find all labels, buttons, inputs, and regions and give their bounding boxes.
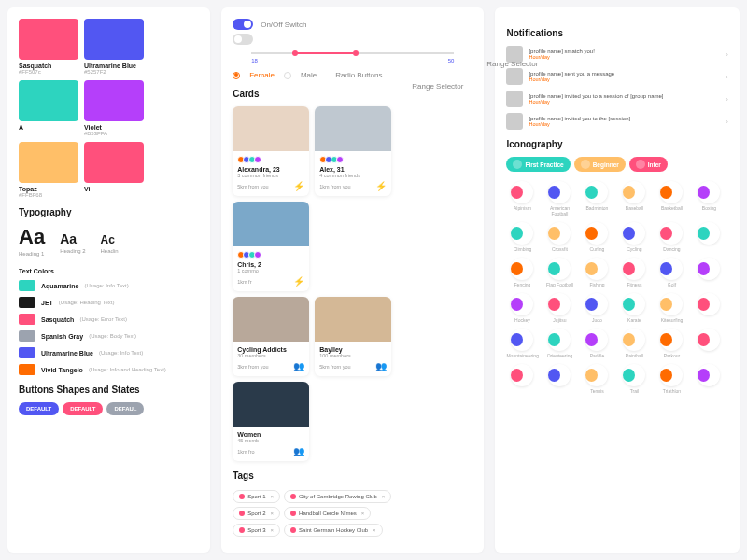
notification-item[interactable]: [profile name] invited you to the [sessi… xyxy=(506,113,728,130)
level-pill[interactable]: Beginner xyxy=(574,157,626,172)
sport-icon[interactable]: Cycling xyxy=(618,222,650,252)
close-icon[interactable]: × xyxy=(271,511,275,516)
chevron-right-icon: › xyxy=(726,73,728,81)
text-color-row: Sasquatch(Usage: Error Text) xyxy=(19,314,199,325)
sport-icon[interactable]: Hockey xyxy=(506,293,538,323)
group-icon: 👥 xyxy=(293,361,304,371)
swatch: A xyxy=(19,80,78,136)
notification-item[interactable]: [profile name] invited you to a session … xyxy=(506,91,728,107)
switch-label: On/Off Switch xyxy=(261,21,306,29)
text-color-row: Ultramarine Blue(Usage: Info Text) xyxy=(19,347,199,358)
close-icon[interactable]: × xyxy=(361,511,365,516)
typography-title: Typography xyxy=(19,207,199,217)
group-icon: 👥 xyxy=(293,446,304,456)
tag[interactable]: City of Cambridge Rowing Club× xyxy=(284,490,391,503)
close-icon[interactable]: × xyxy=(271,494,275,499)
default-button[interactable]: DEFAUL xyxy=(106,402,144,415)
level-pill[interactable]: Inter xyxy=(629,157,668,172)
switch-off[interactable] xyxy=(233,34,253,45)
sport-icon[interactable]: Tennis xyxy=(581,364,613,394)
sport-icon[interactable] xyxy=(506,364,538,394)
tag[interactable]: Handball Cercle Nîmes× xyxy=(284,507,371,520)
bolt-icon: ⚡ xyxy=(293,276,304,287)
sport-icon[interactable]: Golf xyxy=(655,258,687,287)
typo-sample: AcHeadin xyxy=(100,233,118,254)
sport-icon[interactable]: Boxing xyxy=(693,181,725,217)
sport-icon[interactable]: Paintball xyxy=(618,329,650,358)
tag[interactable]: Sport 3× xyxy=(233,524,280,537)
sport-icon[interactable]: Climbing xyxy=(506,222,538,252)
sport-icon[interactable]: Jujitsu xyxy=(543,293,575,323)
swatch: Sasquatch#FF507c xyxy=(19,19,78,75)
sport-icon[interactable] xyxy=(693,364,725,394)
sport-icon[interactable]: Karate xyxy=(618,293,650,323)
sport-icon[interactable] xyxy=(693,329,725,358)
notification-item[interactable]: [profile name] sent you a messageHour/da… xyxy=(506,68,728,85)
sport-icon[interactable]: Trail xyxy=(618,364,650,394)
notifications-title: Notifications xyxy=(506,28,728,38)
group-icon: 👥 xyxy=(375,361,387,371)
chevron-right-icon: › xyxy=(726,50,728,59)
sport-icon[interactable] xyxy=(693,293,725,323)
sport-icon[interactable] xyxy=(693,222,725,252)
sport-icon[interactable]: Curling xyxy=(581,222,613,252)
iconography-title: Iconography xyxy=(506,139,728,149)
tag[interactable]: Saint Germain Hockey Club× xyxy=(284,524,383,537)
sport-icon[interactable]: Fencing xyxy=(506,258,538,287)
notification-item[interactable]: [profile name] smatch you!Hour/day› xyxy=(506,46,728,63)
buttons-title: Buttons Shapes and States xyxy=(19,385,199,395)
sport-icon[interactable]: Basketball xyxy=(655,181,687,217)
sport-icon[interactable] xyxy=(693,258,725,287)
default-button[interactable]: DEFAULT xyxy=(19,402,59,415)
sport-icon[interactable]: Triathlon xyxy=(655,364,687,394)
group-card[interactable]: Cycling Addicts30 members3km from you👥 xyxy=(233,297,309,376)
sport-icon[interactable]: Flag Football xyxy=(543,258,575,287)
sport-icon[interactable]: Fitness xyxy=(618,258,650,287)
sport-icon[interactable]: American Football xyxy=(543,181,575,217)
text-color-row: Aquamarine(Usage: Info Text) xyxy=(19,280,199,291)
text-color-row: Spanish Gray(Usage: Body Text) xyxy=(19,330,199,342)
avatar xyxy=(506,68,523,85)
group-card[interactable]: Baylley100 members5km from you👥 xyxy=(315,297,391,376)
switch-on[interactable] xyxy=(233,19,253,30)
swatch: Topaz#FFBF68 xyxy=(19,142,78,198)
tag[interactable]: Sport 2× xyxy=(233,507,280,520)
person-card[interactable]: Alex, 314 common friends1km from you⚡ xyxy=(315,106,391,196)
sport-icon[interactable] xyxy=(543,364,575,394)
sport-icon[interactable]: Paddle xyxy=(581,329,613,358)
tag[interactable]: Sport 1× xyxy=(233,490,280,503)
group-card[interactable]: Women45 memb1km fro👥 xyxy=(233,382,309,461)
radio-female[interactable] xyxy=(233,72,240,79)
range-selector[interactable]: 1850 Range Selector xyxy=(233,52,472,63)
sport-icon[interactable]: Orienteering xyxy=(543,329,575,358)
sport-icon[interactable]: Dancing xyxy=(655,222,687,252)
close-icon[interactable]: × xyxy=(382,494,386,499)
person-card[interactable]: Alexandra, 233 common friends5km from yo… xyxy=(233,106,309,196)
close-icon[interactable]: × xyxy=(373,527,376,533)
color-swatches: Sasquatch#FF507cUltramarine Blue#5257F2A… xyxy=(19,19,199,198)
chevron-right-icon: › xyxy=(726,95,728,104)
level-pill[interactable]: First Practice xyxy=(506,157,570,172)
sport-icon[interactable]: Kitesurfing xyxy=(655,293,687,323)
text-color-row: JET(Usage: Heading Text) xyxy=(19,297,199,308)
sport-icon[interactable]: Badminton xyxy=(581,181,613,217)
sport-icon[interactable]: Mountaineering xyxy=(506,329,538,358)
sport-icon[interactable]: Alpinism xyxy=(506,181,538,217)
default-button[interactable]: DEFAULT xyxy=(63,402,103,415)
avatar xyxy=(506,91,523,107)
chevron-right-icon: › xyxy=(726,118,728,126)
bolt-icon: ⚡ xyxy=(375,181,387,191)
radio-male[interactable] xyxy=(284,72,291,79)
sport-icon[interactable]: Crossfit xyxy=(543,222,575,252)
text-colors-title: Text Colors xyxy=(19,268,199,274)
avatar xyxy=(506,113,523,130)
swatch: Vi xyxy=(84,142,144,198)
swatch: Violet#B53FFA xyxy=(84,80,144,136)
person-card[interactable]: Chris, 21 commo1km fr⚡ xyxy=(233,202,309,291)
sport-icon[interactable]: Baseball xyxy=(618,181,650,217)
sport-icon[interactable]: Parkour xyxy=(655,329,687,358)
bolt-icon: ⚡ xyxy=(293,181,304,191)
close-icon[interactable]: × xyxy=(271,527,275,533)
sport-icon[interactable]: Judo xyxy=(581,293,613,323)
sport-icon[interactable]: Fishing xyxy=(581,258,613,287)
